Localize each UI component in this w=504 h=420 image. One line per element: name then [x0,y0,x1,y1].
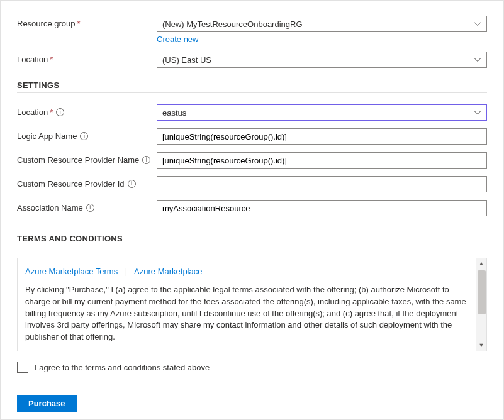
assoc-label: Association Name i [17,200,157,213]
form-panel: Resource group * (New) MyTestResourceOnb… [0,0,504,420]
row-location-basics: Location * (US) East US [17,52,487,68]
assoc-field [157,200,487,216]
location-settings-label: Location * i [17,104,157,117]
location-basics-select[interactable]: (US) East US [157,52,487,68]
resource-group-select[interactable]: (New) MyTestResourceOnboardingRG [157,16,487,32]
row-crp-id: Custom Resource Provider Id i [17,176,487,192]
scroll-down-icon[interactable]: ▼ [476,340,487,351]
scroll-thumb[interactable] [478,270,486,314]
footer: Purchase [1,387,503,419]
required-asterisk: * [50,55,53,64]
create-new-link[interactable]: Create new [157,35,198,44]
info-icon[interactable]: i [142,156,150,164]
location-settings-field: eastus [157,104,487,121]
agree-label: I agree to the terms and conditions stat… [35,363,210,372]
resource-group-label: Resource group * [17,16,157,28]
crp-id-label: Custom Resource Provider Id i [17,176,157,189]
location-basics-field: (US) East US [157,52,487,68]
terms-body-text: By clicking "Purchase," I (a) agree to t… [25,284,469,343]
crp-id-field [157,176,487,192]
label-text: Resource group [17,19,76,28]
row-logic-app-name: Logic App Name i [17,128,487,145]
required-asterisk: * [77,19,81,28]
chevron-down-icon [474,109,481,116]
required-asterisk: * [50,108,53,117]
terms-tabs: Azure Marketplace Terms | Azure Marketpl… [25,266,469,278]
select-value: (US) East US [162,55,211,65]
row-resource-group: Resource group * (New) MyTestResourceOnb… [17,16,487,44]
row-crp-name: Custom Resource Provider Name i [17,152,487,169]
row-association-name: Association Name i [17,200,487,216]
crp-name-field [157,152,487,169]
label-text: Location [17,55,48,64]
select-value: eastus [162,108,186,118]
info-icon[interactable]: i [56,108,64,116]
terms-heading: TERMS AND CONDITIONS [17,234,487,243]
logic-app-field [157,128,487,145]
terms-tab-marketplace-terms[interactable]: Azure Marketplace Terms [25,267,118,276]
agree-row: I agree to the terms and conditions stat… [17,362,487,373]
resource-group-field: (New) MyTestResourceOnboardingRG Create … [157,16,487,44]
label-text: Custom Resource Provider Id [17,179,125,189]
chevron-down-icon [474,20,481,28]
scrollbar[interactable]: ▲ ▼ [476,258,486,351]
terms-tab-marketplace[interactable]: Azure Marketplace [134,267,202,276]
divider [17,246,487,246]
tab-separator: | [125,267,127,276]
location-settings-select[interactable]: eastus [157,104,487,121]
crp-name-input[interactable] [157,152,487,169]
info-icon[interactable]: i [128,180,136,188]
chevron-down-icon [474,56,481,64]
info-icon[interactable]: i [86,204,94,212]
label-text: Association Name [17,203,83,213]
location-basics-label: Location * [17,52,157,64]
info-icon[interactable]: i [80,132,88,140]
purchase-button[interactable]: Purchase [17,395,77,412]
logic-app-label: Logic App Name i [17,128,157,141]
scroll-up-icon[interactable]: ▲ [476,258,487,269]
select-value: (New) MyTestResourceOnboardingRG [162,19,303,29]
label-text: Custom Resource Provider Name [17,155,139,165]
agree-checkbox[interactable] [17,362,28,373]
assoc-input[interactable] [157,200,487,216]
settings-heading: SETTINGS [17,80,487,90]
crp-id-input[interactable] [157,176,487,192]
terms-box: Azure Marketplace Terms | Azure Marketpl… [17,258,487,351]
label-text: Logic App Name [17,131,77,141]
row-location-settings: Location * i eastus [17,104,487,121]
divider [17,92,487,93]
crp-name-label: Custom Resource Provider Name i [17,152,157,165]
label-text: Location [17,108,48,117]
logic-app-input[interactable] [157,128,487,145]
